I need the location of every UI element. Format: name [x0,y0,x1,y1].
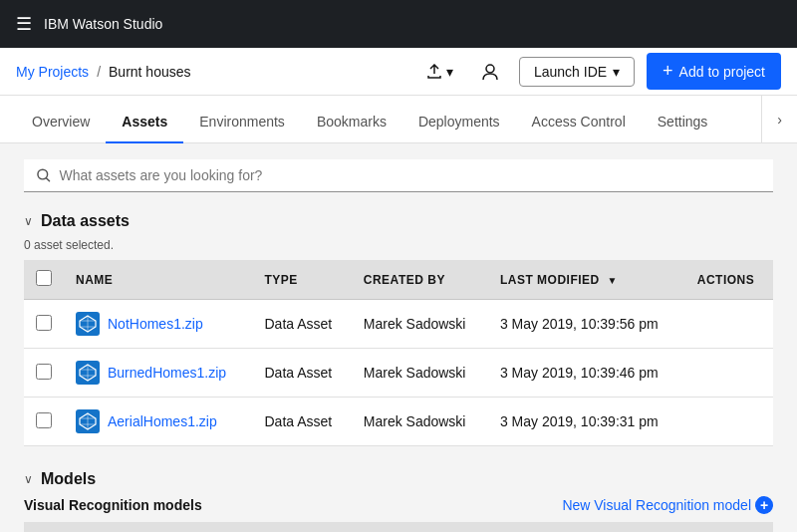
model-col-id: MODEL ID [158,522,406,532]
data-assets-chevron: ∨ [24,214,33,228]
row-created-by-cell: Marek Sadowski [352,349,488,398]
models-section-header[interactable]: ∨ Models [24,470,773,488]
export-chevron: ▾ [446,64,453,80]
row-created-by-cell: Marek Sadowski [352,398,488,446]
breadcrumb: My Projects / Burnt houses [16,64,191,80]
select-all-checkbox[interactable] [36,270,52,286]
asset-name-link-2[interactable]: AerialHomes1.zip [108,413,217,429]
models-title: Models [41,470,96,488]
breadcrumb-parent[interactable]: My Projects [16,64,89,80]
table-row: AerialHomes1.zip Data Asset Marek Sadows… [24,398,773,446]
watson-cube-icon [76,312,100,336]
user-icon [481,63,499,81]
search-bar [24,159,773,192]
col-last-modified[interactable]: LAST MODIFIED ▼ [488,260,685,300]
row-actions-cell [685,349,773,398]
row-actions-cell [685,300,773,349]
row-name-cell: AerialHomes1.zip [64,398,253,446]
table-row: BurnedHomes1.zip Data Asset Marek Sadows… [24,349,773,398]
launch-ide-label: Launch IDE [534,64,607,80]
watson-cube-icon [76,361,100,385]
add-project-plus: + [663,61,673,82]
asset-name-link-1[interactable]: BurnedHomes1.zip [108,365,226,381]
new-model-link[interactable]: New Visual Recognition model + [562,496,773,514]
table-row: NotHomes1.zip Data Asset Marek Sadowski … [24,300,773,349]
user-button[interactable] [473,57,507,87]
models-chevron: ∨ [24,472,33,486]
row-checkbox-cell [24,398,64,446]
tab-overflow-button[interactable]: › [761,96,797,142]
tabs-bar: Overview Assets Environments Bookmarks D… [0,96,797,143]
breadcrumb-bar: My Projects / Burnt houses ▾ Launch IDE … [0,48,797,96]
tab-settings[interactable]: Settings [642,100,724,143]
launch-ide-button[interactable]: Launch IDE ▾ [519,57,635,87]
export-button[interactable]: ▾ [418,58,461,86]
row-checkbox-1[interactable] [36,364,52,380]
col-actions: ACTIONS [685,260,773,300]
col-type: TYPE [253,260,352,300]
new-model-label: New Visual Recognition model [562,497,751,513]
model-col-service: SERVICE INSTANCE [406,522,539,532]
top-nav: ☰ IBM Watson Studio [0,0,797,48]
row-checkbox-0[interactable] [36,315,52,331]
breadcrumb-separator: / [97,64,101,80]
tab-assets[interactable]: Assets [106,100,183,143]
col-created-by: CREATED BY [352,260,488,300]
col-name: NAME [64,260,253,300]
row-checkbox-2[interactable] [36,412,52,428]
tab-access-control[interactable]: Access Control [516,100,642,143]
watson-cube-icon [76,409,100,433]
model-col-modified: LAST MODIFIED [539,522,692,532]
row-type-cell: Data Asset [253,398,352,446]
app-title: IBM Watson Studio [44,16,162,32]
row-created-by-cell: Marek Sadowski [352,300,488,349]
export-icon [426,64,442,80]
model-col-name: NAME [24,522,158,532]
asset-count: 0 asset selected. [24,238,773,252]
add-project-label: Add to project [679,64,765,80]
model-col-actions: ACTIONS [691,522,773,532]
row-actions-cell [685,398,773,446]
row-name-cell: BurnedHomes1.zip [64,349,253,398]
row-type-cell: Data Asset [253,349,352,398]
row-checkbox-cell [24,300,64,349]
row-last-modified-cell: 3 May 2019, 10:39:31 pm [488,398,685,446]
add-to-project-button[interactable]: + Add to project [647,53,781,90]
search-input[interactable] [59,167,761,183]
row-name-cell: NotHomes1.zip [64,300,253,349]
breadcrumb-actions: ▾ Launch IDE ▾ + Add to project [418,53,781,90]
asset-name-link-0[interactable]: NotHomes1.zip [108,316,203,332]
models-subheader: Visual Recognition models New Visual Rec… [24,496,773,514]
row-type-cell: Data Asset [253,300,352,349]
row-last-modified-cell: 3 May 2019, 10:39:56 pm [488,300,685,349]
models-subtitle: Visual Recognition models [24,497,202,513]
tab-overview[interactable]: Overview [16,100,106,143]
tab-bookmarks[interactable]: Bookmarks [301,100,402,143]
tab-deployments[interactable]: Deployments [402,100,516,143]
row-last-modified-cell: 3 May 2019, 10:39:46 pm [488,349,685,398]
data-assets-title: Data assets [41,212,130,230]
menu-icon[interactable]: ☰ [16,13,32,35]
launch-ide-chevron: ▾ [613,64,620,80]
models-table: NAME MODEL ID SERVICE INSTANCE LAST MODI… [24,522,773,532]
data-assets-section-header[interactable]: ∨ Data assets [24,212,773,230]
breadcrumb-current: Burnt houses [109,64,191,80]
svg-point-0 [486,65,494,73]
data-assets-table: NAME TYPE CREATED BY LAST MODIFIED ▼ ACT… [24,260,773,446]
new-model-plus-icon: + [755,496,773,514]
select-all-header [24,260,64,300]
search-icon [36,167,51,183]
tab-environments[interactable]: Environments [183,100,301,143]
main-content: ∨ Data assets 0 asset selected. NAME TYP… [0,143,797,532]
row-checkbox-cell [24,349,64,398]
